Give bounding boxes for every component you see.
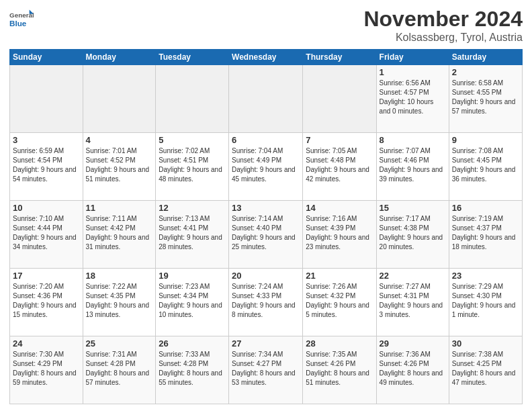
day-cell: 19Sunrise: 7:23 AM Sunset: 4:34 PM Dayli… bbox=[156, 269, 229, 336]
day-info: Sunrise: 7:26 AM Sunset: 4:32 PM Dayligh… bbox=[306, 282, 373, 320]
day-number: 25 bbox=[86, 338, 153, 349]
day-info: Sunrise: 7:19 AM Sunset: 4:37 PM Dayligh… bbox=[452, 214, 519, 252]
week-row-5: 24Sunrise: 7:30 AM Sunset: 4:29 PM Dayli… bbox=[10, 336, 523, 404]
day-number: 14 bbox=[306, 203, 373, 213]
day-cell: 29Sunrise: 7:36 AM Sunset: 4:26 PM Dayli… bbox=[376, 336, 449, 404]
day-number: 6 bbox=[232, 135, 300, 145]
day-info: Sunrise: 6:56 AM Sunset: 4:57 PM Dayligh… bbox=[380, 79, 446, 116]
day-number: 20 bbox=[232, 271, 300, 281]
week-row-4: 17Sunrise: 7:20 AM Sunset: 4:36 PM Dayli… bbox=[10, 269, 523, 336]
header-friday: Friday bbox=[376, 50, 449, 65]
day-number: 19 bbox=[159, 271, 226, 281]
day-info: Sunrise: 7:01 AM Sunset: 4:52 PM Dayligh… bbox=[86, 146, 153, 184]
day-info: Sunrise: 7:23 AM Sunset: 4:34 PM Dayligh… bbox=[159, 282, 226, 320]
day-number: 3 bbox=[13, 135, 80, 145]
day-info: Sunrise: 7:24 AM Sunset: 4:33 PM Dayligh… bbox=[232, 282, 300, 320]
day-cell: 11Sunrise: 7:11 AM Sunset: 4:42 PM Dayli… bbox=[83, 201, 156, 269]
week-row-1: 1Sunrise: 6:56 AM Sunset: 4:57 PM Daylig… bbox=[10, 65, 523, 133]
day-info: Sunrise: 7:02 AM Sunset: 4:51 PM Dayligh… bbox=[159, 146, 226, 184]
day-number: 15 bbox=[380, 203, 446, 213]
day-cell bbox=[156, 65, 229, 133]
day-cell: 16Sunrise: 7:19 AM Sunset: 4:37 PM Dayli… bbox=[449, 201, 522, 269]
day-info: Sunrise: 7:22 AM Sunset: 4:35 PM Dayligh… bbox=[86, 282, 153, 320]
day-cell: 23Sunrise: 7:29 AM Sunset: 4:30 PM Dayli… bbox=[449, 269, 522, 336]
day-cell: 21Sunrise: 7:26 AM Sunset: 4:32 PM Dayli… bbox=[303, 269, 376, 336]
day-number: 12 bbox=[159, 203, 226, 213]
day-cell: 18Sunrise: 7:22 AM Sunset: 4:35 PM Dayli… bbox=[83, 269, 156, 336]
header: General Blue November 2024 Kolsassberg, … bbox=[9, 7, 523, 44]
day-info: Sunrise: 7:07 AM Sunset: 4:46 PM Dayligh… bbox=[380, 146, 446, 184]
day-cell: 1Sunrise: 6:56 AM Sunset: 4:57 PM Daylig… bbox=[376, 65, 449, 133]
day-cell: 22Sunrise: 7:27 AM Sunset: 4:31 PM Dayli… bbox=[376, 269, 449, 336]
month-title: November 2024 bbox=[363, 7, 523, 32]
header-wednesday: Wednesday bbox=[229, 50, 303, 65]
day-cell: 6Sunrise: 7:04 AM Sunset: 4:49 PM Daylig… bbox=[229, 133, 303, 201]
day-number: 23 bbox=[452, 271, 519, 281]
logo-icon: General Blue bbox=[9, 7, 34, 31]
day-info: Sunrise: 7:36 AM Sunset: 4:26 PM Dayligh… bbox=[380, 350, 446, 387]
day-cell bbox=[83, 65, 156, 133]
day-cell: 10Sunrise: 7:10 AM Sunset: 4:44 PM Dayli… bbox=[10, 201, 83, 269]
day-cell bbox=[10, 65, 83, 133]
day-number: 13 bbox=[232, 203, 300, 213]
day-number: 18 bbox=[86, 271, 153, 281]
header-monday: Monday bbox=[83, 50, 156, 65]
day-number: 9 bbox=[452, 135, 519, 145]
week-row-2: 3Sunrise: 6:59 AM Sunset: 4:54 PM Daylig… bbox=[10, 133, 523, 201]
weekday-header-row: Sunday Monday Tuesday Wednesday Thursday… bbox=[10, 50, 523, 65]
day-cell: 2Sunrise: 6:58 AM Sunset: 4:55 PM Daylig… bbox=[449, 65, 522, 133]
day-number: 26 bbox=[159, 338, 226, 349]
day-number: 7 bbox=[306, 135, 373, 145]
day-number: 28 bbox=[306, 338, 373, 349]
day-info: Sunrise: 7:17 AM Sunset: 4:38 PM Dayligh… bbox=[380, 214, 446, 252]
day-number: 30 bbox=[452, 338, 519, 349]
day-number: 27 bbox=[232, 338, 300, 349]
day-info: Sunrise: 7:34 AM Sunset: 4:27 PM Dayligh… bbox=[232, 350, 300, 387]
day-cell: 20Sunrise: 7:24 AM Sunset: 4:33 PM Dayli… bbox=[229, 269, 303, 336]
day-number: 4 bbox=[86, 135, 153, 145]
day-cell: 12Sunrise: 7:13 AM Sunset: 4:41 PM Dayli… bbox=[156, 201, 229, 269]
day-info: Sunrise: 6:59 AM Sunset: 4:54 PM Dayligh… bbox=[13, 146, 80, 184]
day-cell: 26Sunrise: 7:33 AM Sunset: 4:28 PM Dayli… bbox=[156, 336, 229, 404]
day-cell: 17Sunrise: 7:20 AM Sunset: 4:36 PM Dayli… bbox=[10, 269, 83, 336]
day-info: Sunrise: 6:58 AM Sunset: 4:55 PM Dayligh… bbox=[452, 79, 519, 116]
header-saturday: Saturday bbox=[449, 50, 522, 65]
day-cell: 14Sunrise: 7:16 AM Sunset: 4:39 PM Dayli… bbox=[303, 201, 376, 269]
day-info: Sunrise: 7:04 AM Sunset: 4:49 PM Dayligh… bbox=[232, 146, 300, 184]
day-cell bbox=[303, 65, 376, 133]
day-cell: 5Sunrise: 7:02 AM Sunset: 4:51 PM Daylig… bbox=[156, 133, 229, 201]
day-cell: 13Sunrise: 7:14 AM Sunset: 4:40 PM Dayli… bbox=[229, 201, 303, 269]
day-info: Sunrise: 7:16 AM Sunset: 4:39 PM Dayligh… bbox=[306, 214, 373, 252]
day-info: Sunrise: 7:08 AM Sunset: 4:45 PM Dayligh… bbox=[452, 146, 519, 184]
day-cell: 7Sunrise: 7:05 AM Sunset: 4:48 PM Daylig… bbox=[303, 133, 376, 201]
day-info: Sunrise: 7:27 AM Sunset: 4:31 PM Dayligh… bbox=[380, 282, 446, 320]
day-info: Sunrise: 7:11 AM Sunset: 4:42 PM Dayligh… bbox=[86, 214, 153, 252]
day-number: 16 bbox=[452, 203, 519, 213]
day-info: Sunrise: 7:33 AM Sunset: 4:28 PM Dayligh… bbox=[159, 350, 226, 387]
day-info: Sunrise: 7:20 AM Sunset: 4:36 PM Dayligh… bbox=[13, 282, 80, 320]
day-number: 10 bbox=[13, 203, 80, 213]
day-number: 8 bbox=[380, 135, 446, 145]
day-cell: 8Sunrise: 7:07 AM Sunset: 4:46 PM Daylig… bbox=[376, 133, 449, 201]
week-row-3: 10Sunrise: 7:10 AM Sunset: 4:44 PM Dayli… bbox=[10, 201, 523, 269]
day-cell: 30Sunrise: 7:38 AM Sunset: 4:25 PM Dayli… bbox=[449, 336, 522, 404]
calendar: Sunday Monday Tuesday Wednesday Thursday… bbox=[9, 49, 523, 404]
day-info: Sunrise: 7:10 AM Sunset: 4:44 PM Dayligh… bbox=[13, 214, 80, 252]
day-cell: 15Sunrise: 7:17 AM Sunset: 4:38 PM Dayli… bbox=[376, 201, 449, 269]
day-cell: 25Sunrise: 7:31 AM Sunset: 4:28 PM Dayli… bbox=[83, 336, 156, 404]
header-tuesday: Tuesday bbox=[156, 50, 229, 65]
day-number: 1 bbox=[380, 67, 446, 77]
day-number: 11 bbox=[86, 203, 153, 213]
day-cell: 3Sunrise: 6:59 AM Sunset: 4:54 PM Daylig… bbox=[10, 133, 83, 201]
day-info: Sunrise: 7:05 AM Sunset: 4:48 PM Dayligh… bbox=[306, 146, 373, 184]
day-number: 24 bbox=[13, 338, 80, 349]
title-block: November 2024 Kolsassberg, Tyrol, Austri… bbox=[363, 7, 523, 44]
day-number: 22 bbox=[380, 271, 446, 281]
day-info: Sunrise: 7:14 AM Sunset: 4:40 PM Dayligh… bbox=[232, 214, 300, 252]
day-number: 21 bbox=[306, 271, 373, 281]
day-info: Sunrise: 7:29 AM Sunset: 4:30 PM Dayligh… bbox=[452, 282, 519, 320]
day-number: 29 bbox=[380, 338, 446, 349]
svg-text:Blue: Blue bbox=[9, 19, 27, 28]
day-cell: 28Sunrise: 7:35 AM Sunset: 4:26 PM Dayli… bbox=[303, 336, 376, 404]
day-cell bbox=[229, 65, 303, 133]
